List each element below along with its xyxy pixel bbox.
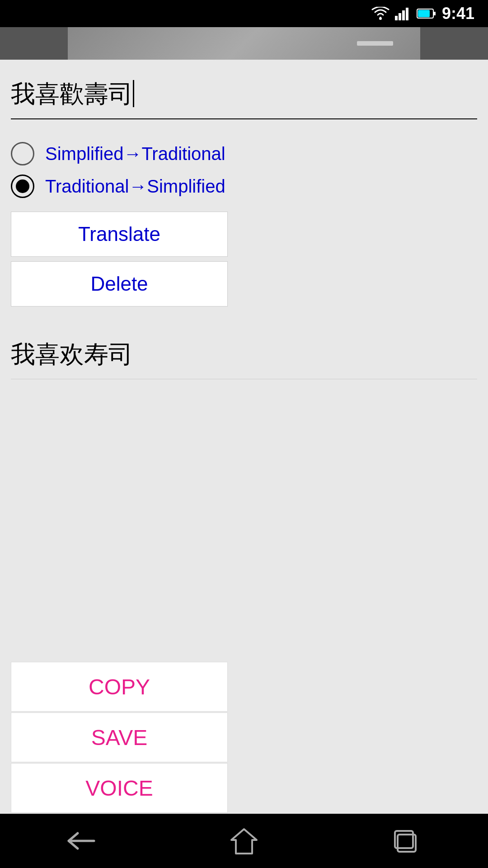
- save-label: SAVE: [91, 725, 148, 750]
- action-buttons: Translate Delete: [0, 207, 488, 311]
- svg-marker-10: [231, 829, 257, 854]
- wifi-icon: [371, 7, 389, 20]
- save-button[interactable]: SAVE: [11, 712, 228, 762]
- svg-rect-6: [433, 12, 436, 15]
- options-section: Simplified→Traditional Traditional→Simpl…: [0, 128, 488, 207]
- output-divider: [11, 379, 477, 379]
- delete-label: Delete: [90, 273, 148, 295]
- output-section: 我喜欢寿司: [0, 311, 488, 662]
- copy-button[interactable]: COPY: [11, 662, 228, 712]
- radio-label-2: Traditional→Simplified: [45, 176, 225, 197]
- top-image-strip: [0, 27, 488, 60]
- radio-circle-2[interactable]: [11, 175, 34, 198]
- home-button[interactable]: [226, 823, 262, 859]
- svg-rect-4: [406, 8, 408, 20]
- back-button[interactable]: [63, 823, 99, 859]
- svg-point-0: [379, 17, 382, 20]
- svg-rect-1: [395, 16, 398, 20]
- status-time: 9:41: [442, 4, 474, 23]
- radio-traditional-to-simplified[interactable]: Traditional→Simplified: [11, 175, 477, 198]
- voice-button[interactable]: VOICE: [11, 763, 228, 813]
- output-text: 我喜欢寿司: [11, 338, 477, 370]
- battery-icon: [417, 8, 436, 19]
- recents-button[interactable]: [389, 823, 425, 859]
- input-section: 我喜歡壽司: [0, 60, 488, 128]
- status-bar: 9:41: [0, 0, 488, 27]
- svg-rect-8: [357, 41, 393, 46]
- voice-label: VOICE: [85, 776, 153, 801]
- status-icons: 9:41: [371, 4, 474, 23]
- bottom-actions: COPY SAVE VOICE: [0, 662, 488, 814]
- input-divider: [11, 118, 477, 119]
- svg-rect-7: [418, 10, 430, 17]
- main-content: 我喜歡壽司 Simplified→Traditional Traditional…: [0, 60, 488, 814]
- radio-label-1: Simplified→Traditional: [45, 144, 225, 164]
- translate-button[interactable]: Translate: [11, 212, 228, 257]
- signal-icon: [395, 7, 411, 20]
- nav-bar: [0, 814, 488, 868]
- back-arrow-icon: [65, 830, 98, 852]
- top-image-inner: [68, 27, 420, 60]
- recents-icon: [393, 827, 420, 854]
- svg-rect-3: [402, 10, 405, 20]
- input-text[interactable]: 我喜歡壽司: [11, 80, 134, 107]
- delete-button[interactable]: Delete: [11, 261, 228, 307]
- radio-simplified-to-traditional[interactable]: Simplified→Traditional: [11, 142, 477, 165]
- copy-label: COPY: [89, 675, 150, 699]
- radio-circle-1[interactable]: [11, 142, 34, 165]
- translate-label: Translate: [78, 223, 160, 245]
- svg-rect-2: [399, 13, 401, 20]
- home-icon: [230, 827, 258, 854]
